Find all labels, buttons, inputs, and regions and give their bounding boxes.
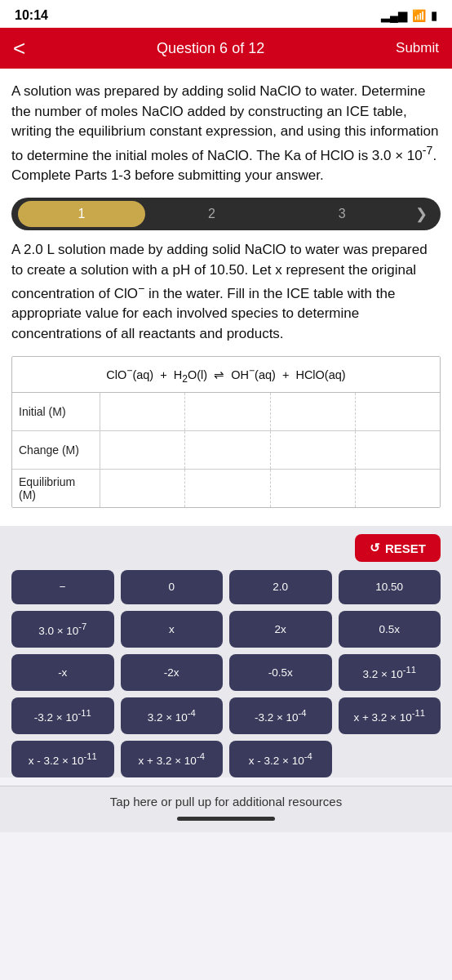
home-indicator [177, 817, 275, 821]
answer-btn-neg-3_2e-11[interactable]: -3.2 × 10-11 [11, 697, 114, 734]
tab-2[interactable]: 2 [148, 201, 276, 227]
sub-problem-text: A 2.0 L solution made by adding solid Na… [11, 240, 441, 345]
answer-btn-05x[interactable]: 0.5x [339, 611, 441, 648]
reset-icon: ↺ [370, 541, 380, 555]
ice-label-initial: Initial (M) [12, 393, 100, 430]
signal-icon: ▂▄▆ [381, 9, 407, 22]
answer-btn-3_2e-11[interactable]: 3.2 × 10-11 [339, 654, 441, 691]
ice-cell-initial-3[interactable] [271, 393, 356, 430]
ice-equation: ClO−(aq) + H2O(l) ⇌ OH−(aq) + HClO(aq) [12, 357, 440, 394]
answer-btn-x-plus-3_2e-11[interactable]: x + 3.2 × 10-11 [339, 697, 441, 734]
reset-row: ↺ RESET [11, 534, 441, 562]
answer-btn-minus[interactable]: − [11, 570, 114, 604]
ice-cells-change [100, 431, 440, 469]
ice-cell-initial-4[interactable] [356, 393, 440, 430]
header-title: Question 6 of 12 [157, 40, 264, 57]
status-time: 10:14 [15, 8, 48, 23]
ice-cell-initial-2[interactable] [185, 393, 270, 430]
answer-btn-neg-05x[interactable]: -0.5x [229, 654, 332, 691]
battery-icon: ▮ [431, 9, 437, 22]
answer-btn-x-minus-3_2e-4[interactable]: x - 3.2 × 10-4 [229, 741, 332, 777]
problem-text: A solution was prepared by adding solid … [11, 82, 441, 186]
answer-btn-neg-x[interactable]: -x [11, 654, 114, 691]
ice-cell-eq-1[interactable] [100, 470, 185, 507]
ice-cell-eq-4[interactable] [356, 470, 440, 507]
answer-btn-neg-3_2e-4[interactable]: -3.2 × 10-4 [229, 697, 332, 734]
answer-btn-neg-2x[interactable]: -2x [121, 654, 224, 691]
header: < Question 6 of 12 Submit [0, 28, 452, 69]
ice-cell-eq-2[interactable] [185, 470, 270, 507]
ice-label-change: Change (M) [12, 431, 100, 469]
tab-next-arrow[interactable]: ❯ [409, 202, 434, 226]
submit-button[interactable]: Submit [396, 40, 439, 56]
answer-btn-x-minus-3_2e-11[interactable]: x - 3.2 × 10-11 [11, 741, 114, 777]
tab-3[interactable]: 3 [278, 201, 405, 227]
reset-button[interactable]: ↺ RESET [355, 534, 441, 562]
back-button[interactable]: < [13, 38, 25, 59]
answer-btn-2[interactable]: 2.0 [229, 570, 332, 604]
ice-cell-eq-3[interactable] [271, 470, 356, 507]
ice-cell-change-4[interactable] [356, 431, 440, 469]
ice-cell-change-3[interactable] [271, 431, 356, 469]
lower-section: ↺ RESET − 0 2.0 10.50 3.0 × 10-7 x 2x 0.… [0, 526, 452, 777]
bottom-bar-label: Tap here or pull up for additional resou… [110, 795, 342, 808]
answer-btn-0[interactable]: 0 [121, 570, 224, 604]
answer-btn-x-plus-3_2e-4[interactable]: x + 3.2 × 10-4 [121, 741, 224, 777]
answer-grid: − 0 2.0 10.50 3.0 × 10-7 x 2x 0.5x -x -2… [11, 570, 441, 777]
wifi-icon: 📶 [412, 9, 426, 22]
tab-bar: 1 2 3 ❯ [11, 198, 441, 230]
answer-btn-x[interactable]: x [121, 611, 224, 648]
ice-row-initial: Initial (M) [12, 393, 440, 431]
ice-table-body: Initial (M) Change (M) [12, 393, 440, 507]
main-content: A solution was prepared by adding solid … [0, 69, 452, 526]
status-icons: ▂▄▆ 📶 ▮ [381, 9, 437, 22]
answer-btn-ka[interactable]: 3.0 × 10-7 [11, 611, 114, 648]
answer-btn-3_2e-4[interactable]: 3.2 × 10-4 [121, 697, 224, 734]
ice-row-equilibrium: Equilibrium (M) [12, 470, 440, 507]
tab-1[interactable]: 1 [18, 201, 145, 227]
ice-cell-initial-1[interactable] [100, 393, 185, 430]
answer-btn-2x[interactable]: 2x [229, 611, 332, 648]
ice-cell-change-2[interactable] [185, 431, 270, 469]
reset-label: RESET [385, 541, 426, 555]
ice-table: ClO−(aq) + H2O(l) ⇌ OH−(aq) + HClO(aq) I… [11, 356, 441, 509]
ice-cells-initial [100, 393, 440, 430]
status-bar: 10:14 ▂▄▆ 📶 ▮ [0, 0, 452, 28]
ice-cells-equilibrium [100, 470, 440, 507]
ice-row-change: Change (M) [12, 431, 440, 470]
ice-label-equilibrium: Equilibrium (M) [12, 470, 100, 507]
answer-btn-1050[interactable]: 10.50 [339, 570, 441, 604]
ice-cell-change-1[interactable] [100, 431, 185, 469]
bottom-bar[interactable]: Tap here or pull up for additional resou… [0, 786, 452, 832]
